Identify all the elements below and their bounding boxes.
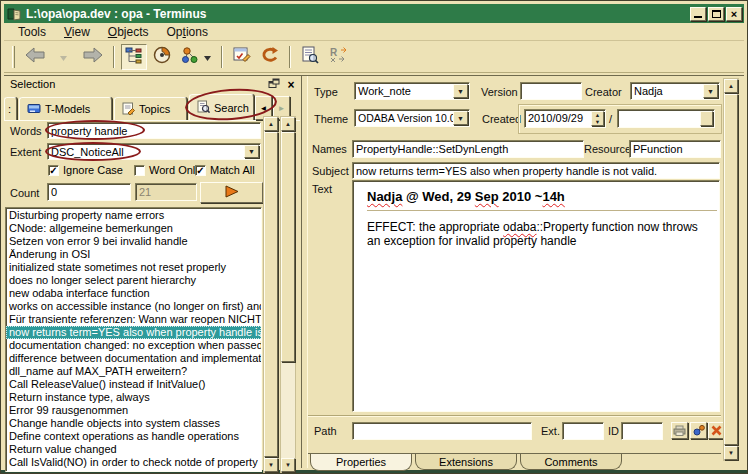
scroll-down-icon[interactable]: ▼ bbox=[724, 446, 738, 460]
list-item[interactable]: Call ReleaseValue() instead if InitValue… bbox=[6, 378, 261, 391]
subject-input[interactable]: now returns term=YES also when property … bbox=[352, 162, 720, 179]
arrow-left-icon: ◄ bbox=[260, 104, 268, 113]
menu-tools[interactable]: Tools bbox=[10, 24, 54, 40]
scrollbar-thumb[interactable] bbox=[724, 94, 738, 445]
extent-dropdown[interactable]: DSC_NoticeAll ▼ bbox=[47, 143, 261, 160]
panel-scrollbar[interactable]: ▲ ▼ bbox=[263, 116, 279, 473]
tab-topics[interactable]: Topics bbox=[114, 97, 187, 120]
menu-objects[interactable]: Objects bbox=[100, 24, 157, 40]
theme-dropdown[interactable]: ODABA Version 10.0 ▼ bbox=[354, 109, 470, 127]
close-panel-button[interactable]: × bbox=[284, 78, 298, 91]
list-item[interactable]: Setzen von error 9 bei invalid handle bbox=[6, 235, 261, 248]
tab-label: Search bbox=[214, 102, 249, 114]
run-search-button[interactable] bbox=[200, 182, 263, 203]
scroll-up-icon[interactable]: ▲ bbox=[264, 117, 278, 131]
maximize-button[interactable] bbox=[708, 7, 724, 21]
list-item[interactable]: Error 99 rausgenommen bbox=[6, 404, 261, 417]
refresh-r-button[interactable]: R bbox=[325, 44, 353, 70]
created-time-spinner[interactable] bbox=[617, 109, 715, 128]
chevron-down-icon[interactable]: ▼ bbox=[453, 111, 468, 125]
tree-view-button[interactable] bbox=[121, 44, 147, 70]
text-run: 2010 ~ bbox=[499, 189, 543, 204]
chevron-down-icon[interactable]: ▼ bbox=[244, 145, 259, 158]
list-item[interactable]: Änderung in OSI bbox=[6, 248, 261, 261]
toolbar-grip[interactable] bbox=[12, 46, 15, 68]
path-input[interactable] bbox=[352, 422, 532, 440]
spinner-buttons[interactable] bbox=[700, 111, 713, 126]
list-item[interactable]: dll_name auf MAX_PATH erweitern? bbox=[6, 365, 261, 378]
link-button[interactable] bbox=[690, 422, 707, 439]
list-item[interactable]: new odaba interface function bbox=[6, 287, 261, 300]
checkbox-word-only[interactable]: Word Only bbox=[134, 164, 201, 176]
menu-view[interactable]: View bbox=[56, 24, 98, 40]
toolbar: R bbox=[4, 41, 744, 73]
forward-button[interactable] bbox=[79, 44, 107, 70]
count-total-value: 21 bbox=[139, 186, 151, 198]
close-button[interactable]: × bbox=[726, 7, 742, 21]
tab-properties[interactable]: Properties bbox=[310, 454, 412, 471]
checkbox-match-all[interactable]: ✓Match All bbox=[195, 164, 255, 176]
chevron-down-icon[interactable]: ▼ bbox=[703, 84, 718, 98]
created-date-spinner[interactable]: 2010/09/29 ▲▼ bbox=[524, 109, 606, 128]
chevron-down-icon[interactable]: ▼ bbox=[453, 84, 468, 98]
type-dropdown[interactable]: Work_note ▼ bbox=[354, 82, 470, 100]
close-icon: × bbox=[731, 9, 737, 19]
creator-dropdown[interactable]: Nadja ▼ bbox=[630, 82, 720, 100]
tab-extensions[interactable]: Extensions bbox=[415, 454, 517, 470]
list-item[interactable]: Call IsValid(NO) in order to check notde… bbox=[6, 456, 261, 469]
list-item[interactable]: documentation changed: no exception when… bbox=[6, 339, 261, 352]
list-item[interactable]: initialized state sometimes not reset pr… bbox=[6, 261, 261, 274]
list-item[interactable]: Return value changed bbox=[6, 443, 261, 456]
export-button[interactable] bbox=[671, 422, 688, 439]
tab-t-models[interactable]: T-Models bbox=[19, 97, 112, 120]
tab-search[interactable]: Search bbox=[189, 94, 254, 120]
report-preview-button[interactable] bbox=[297, 44, 323, 70]
links-button[interactable] bbox=[177, 44, 215, 70]
ext-input[interactable] bbox=[562, 422, 604, 440]
toolbar-separator bbox=[289, 46, 291, 68]
tab-partial[interactable]: : bbox=[4, 97, 17, 120]
history-dropdown-button[interactable] bbox=[51, 44, 77, 70]
list-item[interactable]: Restore selection in property handle bbox=[6, 469, 261, 472]
list-item[interactable]: CNode: allgemeine bemerkungen bbox=[6, 222, 261, 235]
minimize-button[interactable] bbox=[690, 7, 706, 21]
undo-button[interactable] bbox=[257, 44, 283, 70]
list-item[interactable]: Define context operations as handle oper… bbox=[6, 430, 261, 443]
scroll-up-icon[interactable]: ▲ bbox=[724, 79, 738, 93]
tab-comments[interactable]: Comments bbox=[520, 454, 622, 470]
app-window: L:\opa\opa.dev : opa - Terminus × ToolsV… bbox=[0, 0, 748, 474]
version-input[interactable] bbox=[520, 82, 582, 100]
menu-options[interactable]: Options bbox=[159, 24, 216, 40]
float-panel-button[interactable] bbox=[267, 78, 281, 91]
list-item[interactable]: Change handle objects into system classe… bbox=[6, 417, 261, 430]
back-button[interactable] bbox=[21, 44, 49, 70]
details-scrollbar[interactable]: ▲ ▼ bbox=[723, 78, 739, 461]
navigate-target-button[interactable] bbox=[149, 44, 175, 70]
scroll-up-icon[interactable]: ▲ bbox=[281, 117, 295, 131]
list-item[interactable]: works on accessible instance (no longer … bbox=[6, 300, 261, 313]
names-input[interactable]: PropertyHandle::SetDynLength bbox=[352, 140, 584, 158]
scroll-down-icon[interactable]: ▼ bbox=[281, 458, 295, 472]
count-input[interactable]: 0 bbox=[47, 183, 131, 201]
undo-icon bbox=[260, 46, 280, 68]
scrollbar-thumb[interactable] bbox=[264, 132, 278, 457]
list-item[interactable]: difference between documentation and imp… bbox=[6, 352, 261, 365]
scroll-down-icon[interactable]: ▼ bbox=[264, 458, 278, 472]
list-item[interactable]: Return instance type, always bbox=[6, 391, 261, 404]
list-item[interactable]: Für transiente referenzen: Wann war reop… bbox=[6, 313, 261, 326]
list-item[interactable]: Disturbing property name errors bbox=[6, 209, 261, 222]
spinner-buttons[interactable]: ▲▼ bbox=[591, 111, 604, 126]
list-item[interactable]: does no longer select parent hierarchy bbox=[6, 274, 261, 287]
words-input[interactable]: property handle bbox=[47, 122, 261, 139]
checkbox-ignore-case[interactable]: ✓Ignore Case bbox=[48, 164, 123, 176]
list-item[interactable]: now returns term=YES also when property … bbox=[6, 326, 261, 339]
list-scrollbar[interactable]: ▲ ▼ bbox=[280, 116, 296, 473]
resource-input[interactable]: PFunction bbox=[629, 140, 721, 158]
printer-icon bbox=[673, 422, 686, 440]
id-input[interactable] bbox=[621, 422, 663, 440]
scrollbar-thumb[interactable] bbox=[281, 132, 295, 362]
forward-arrow-icon bbox=[82, 46, 104, 68]
edit-form-button[interactable] bbox=[229, 44, 255, 70]
misspelled-word: 14h bbox=[542, 189, 564, 204]
text-editor[interactable]: Nadja @ Wed, 29 Sep 2010 ~14h EFFECT: th… bbox=[352, 180, 720, 412]
